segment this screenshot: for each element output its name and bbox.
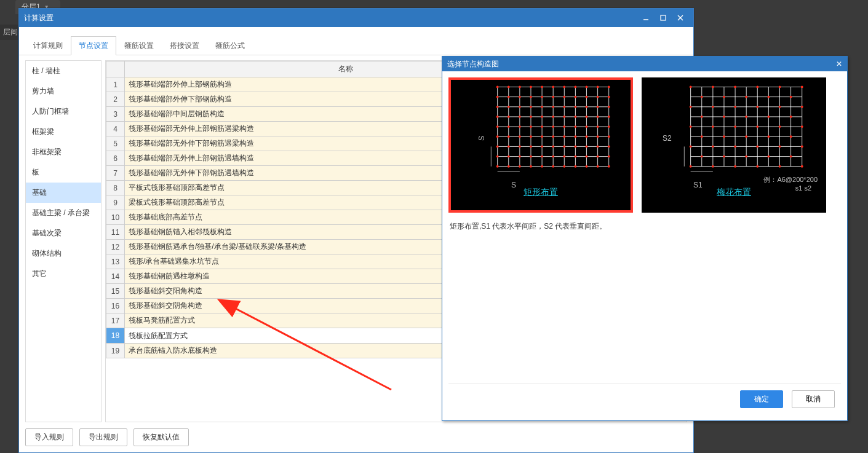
import-rules-button[interactable]: 导入规则 [25, 428, 73, 446]
svg-point-123 [597, 165, 599, 168]
svg-point-153 [701, 96, 703, 98]
sidebar-item-2[interactable]: 人防门框墙 [26, 101, 101, 122]
svg-point-111 [586, 156, 588, 158]
svg-point-55 [574, 106, 576, 108]
tab-1[interactable]: 节点设置 [71, 36, 116, 55]
svg-point-41 [541, 96, 543, 98]
cancel-button[interactable]: 取消 [792, 390, 835, 408]
svg-point-119 [552, 165, 554, 168]
svg-point-72 [519, 125, 521, 128]
svg-point-58 [608, 106, 610, 108]
option2-example: 例：A6@200*200 [763, 175, 818, 184]
ok-button[interactable]: 确定 [740, 390, 783, 408]
svg-point-186 [701, 156, 703, 158]
svg-point-53 [552, 106, 554, 108]
svg-point-106 [530, 156, 532, 158]
row-number: 18 [106, 328, 125, 344]
svg-point-62 [530, 116, 532, 118]
tab-0[interactable]: 计算规则 [25, 36, 71, 55]
svg-point-30 [541, 86, 543, 89]
tab-3[interactable]: 搭接设置 [162, 36, 207, 55]
svg-point-189 [767, 156, 770, 158]
svg-point-29 [530, 86, 532, 89]
svg-point-108 [552, 156, 554, 158]
axis-s2: S2 [663, 134, 672, 143]
sidebar-item-4[interactable]: 非框架梁 [26, 142, 101, 162]
sidebar-item-6[interactable]: 基础 [26, 183, 101, 203]
row-number: 7 [106, 166, 125, 181]
svg-point-115 [508, 165, 510, 168]
row-number: 17 [106, 313, 125, 328]
svg-point-176 [723, 135, 725, 138]
svg-point-114 [496, 165, 499, 168]
svg-point-100 [586, 146, 588, 148]
option2-sub: s1 s2 [795, 184, 811, 192]
svg-point-46 [597, 96, 599, 98]
svg-point-80 [608, 125, 610, 128]
svg-point-110 [574, 156, 576, 158]
svg-point-104 [508, 156, 510, 158]
sidebar-item-1[interactable]: 剪力墙 [26, 81, 101, 101]
svg-point-82 [508, 135, 510, 138]
svg-point-118 [541, 165, 543, 168]
sidebar-item-3[interactable]: 框架梁 [26, 122, 101, 142]
row-number: 5 [106, 136, 125, 151]
svg-point-99 [574, 146, 576, 148]
svg-point-49 [508, 106, 510, 108]
sidebar-item-9[interactable]: 砌体结构 [26, 243, 101, 264]
svg-point-34 [586, 86, 588, 89]
svg-point-48 [496, 106, 499, 108]
svg-point-112 [597, 156, 599, 158]
svg-point-168 [790, 116, 792, 118]
sidebar-item-10[interactable]: 其它 [26, 264, 101, 284]
svg-point-98 [563, 146, 565, 148]
svg-point-87 [563, 135, 565, 138]
svg-point-178 [767, 135, 770, 138]
svg-point-84 [530, 135, 532, 138]
chooser-close-icon[interactable]: ✕ [836, 60, 842, 68]
svg-point-59 [496, 116, 499, 118]
svg-point-105 [519, 156, 521, 158]
svg-point-90 [597, 135, 599, 138]
svg-point-180 [690, 146, 692, 148]
option-description: 矩形布置,S1 代表水平间距，S2 代表垂直间距。 [448, 219, 841, 234]
svg-point-81 [496, 135, 499, 138]
restore-defaults-button[interactable]: 恢复默认值 [133, 428, 189, 446]
svg-point-187 [723, 156, 725, 158]
sidebar-item-0[interactable]: 柱 / 墙柱 [26, 61, 101, 81]
svg-point-73 [530, 125, 532, 128]
close-button[interactable] [672, 12, 688, 23]
tab-4[interactable]: 箍筋公式 [207, 36, 253, 55]
sidebar-item-7[interactable]: 基础主梁 / 承台梁 [26, 203, 101, 223]
svg-point-191 [690, 165, 692, 168]
minimize-button[interactable] [638, 12, 654, 23]
svg-point-64 [552, 116, 554, 118]
sidebar-item-8[interactable]: 基础次梁 [26, 223, 101, 243]
svg-point-60 [508, 116, 510, 118]
svg-point-67 [586, 116, 588, 118]
row-number: 4 [106, 122, 125, 136]
svg-point-36 [608, 86, 610, 89]
svg-point-109 [563, 156, 565, 158]
svg-point-162 [779, 106, 781, 108]
option-plum[interactable]: S2 S1 例：A6@200*200 s1 s2 梅花布置 [642, 77, 826, 213]
maximize-button[interactable] [655, 12, 671, 23]
svg-point-190 [790, 156, 792, 158]
row-number: 1 [106, 77, 125, 92]
svg-point-28 [519, 86, 521, 89]
option-rectangular[interactable]: S S 矩形布置 [448, 77, 633, 213]
svg-point-38 [508, 96, 510, 98]
svg-point-37 [496, 96, 499, 98]
sidebar-item-5[interactable]: 板 [26, 162, 101, 183]
row-number: 2 [106, 92, 125, 107]
chooser-title: 选择节点构造图 [447, 59, 499, 69]
svg-point-66 [574, 116, 576, 118]
svg-point-121 [574, 165, 576, 168]
tab-2[interactable]: 箍筋设置 [116, 36, 162, 55]
svg-rect-1 [661, 15, 666, 20]
export-rules-button[interactable]: 导出规则 [79, 428, 127, 446]
svg-point-113 [608, 156, 610, 158]
row-number: 13 [106, 254, 125, 269]
svg-point-91 [608, 135, 610, 138]
svg-point-50 [519, 106, 521, 108]
